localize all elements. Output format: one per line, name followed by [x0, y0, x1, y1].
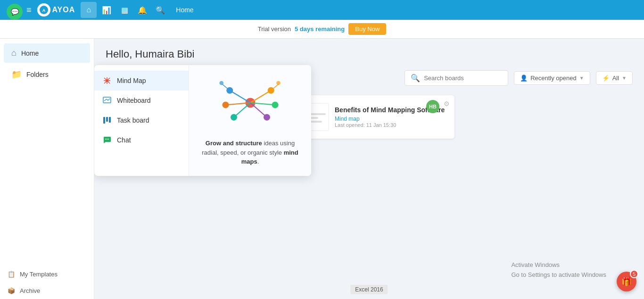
mindmap-icon [102, 75, 112, 86]
main-content: Hello, Humaira Bibi + Create new 🔍 👤 Rec… [94, 39, 644, 299]
dropdown-item-whiteboard[interactable]: Whiteboard [94, 91, 189, 110]
excel-label: Excel 2016 [355, 286, 383, 293]
search-box[interactable]: 🔍 [405, 70, 508, 86]
board-avatar: HB [426, 100, 439, 113]
activity-nav-button[interactable]: 📊 [99, 2, 115, 18]
dropdown-desc-period: . [257, 158, 259, 165]
windows-activation-notice: Activate Windows Go to Settings to activ… [511, 260, 606, 280]
hamburger-menu[interactable]: ≡ [25, 3, 33, 17]
board-settings-button[interactable]: ⚙ [444, 100, 450, 108]
trial-banner: Trial version 5 days remaining Buy Now [0, 20, 644, 39]
activate-windows-desc: Go to Settings to activate Windows [511, 270, 606, 280]
dropdown-preview-image [213, 75, 288, 131]
archive-icon: 📦 [8, 287, 15, 294]
svg-rect-22 [106, 117, 108, 122]
dropdown-description: Grow and structure ideas using radial, s… [198, 139, 302, 166]
taskboard-label: Task board [117, 116, 149, 124]
sidebar-folders-label: Folders [26, 71, 49, 78]
sidebar-item-templates[interactable]: 📋 My Templates [0, 266, 94, 282]
svg-point-24 [105, 139, 106, 140]
svg-line-28 [250, 91, 271, 103]
svg-point-25 [107, 139, 107, 140]
all-filter-label: All [612, 75, 619, 82]
filter-person-icon: 👤 [520, 75, 528, 82]
folders-icon: 📁 [11, 69, 22, 80]
main-layout: ⌂ Home 📁 Folders 📋 My Templates 📦 Archiv… [0, 39, 644, 299]
svg-line-15 [108, 78, 110, 80]
svg-line-16 [104, 82, 106, 83]
svg-rect-21 [103, 117, 105, 124]
svg-text:A: A [42, 8, 45, 13]
chat-icon [102, 135, 112, 145]
gift-badge: 5 [630, 270, 638, 278]
boards-nav-button[interactable]: ▦ [116, 2, 132, 18]
sidebar-item-home[interactable]: ⌂ Home [4, 43, 90, 63]
svg-line-18 [104, 99, 107, 101]
svg-line-20 [108, 99, 110, 100]
svg-point-26 [108, 139, 109, 140]
recently-opened-filter[interactable]: 👤 Recently opened ▼ [514, 71, 590, 85]
sidebar-item-archive[interactable]: 📦 Archive [0, 282, 94, 299]
board-date: Last opened: 11 Jan 15:30 [335, 122, 447, 128]
nav-icon-group: ⌂ 📊 ▦ 🔔 🔍 [81, 2, 168, 18]
sidebar-archive-label: Archive [20, 287, 40, 294]
logo-icon: A [37, 3, 50, 17]
sidebar-templates-label: My Templates [20, 271, 58, 278]
page-title: Hello, Humaira Bibi [106, 48, 633, 60]
whiteboard-icon [102, 95, 112, 106]
nav-current-page: Home [176, 6, 193, 14]
dropdown-item-mindmap[interactable]: Mind Map [94, 71, 189, 91]
home-nav-button[interactable]: ⌂ [81, 2, 97, 18]
svg-rect-23 [109, 117, 111, 123]
svg-point-43 [219, 81, 223, 85]
dropdown-item-chat[interactable]: Chat [94, 130, 189, 150]
chat-bubble[interactable]: 💬 [7, 4, 23, 20]
dropdown-items-list: Mind Map Whiteboard [94, 65, 189, 156]
all-filter-arrow-icon: ▼ [622, 75, 627, 81]
create-new-dropdown: Mind Map Whiteboard [94, 65, 311, 176]
sidebar-home-label: Home [21, 50, 39, 57]
board-type: Mind map [335, 116, 447, 122]
dropdown-item-taskboard[interactable]: Task board [94, 110, 189, 130]
recently-opened-arrow-icon: ▼ [579, 75, 584, 81]
svg-line-13 [104, 78, 106, 80]
svg-point-38 [222, 101, 229, 108]
svg-point-39 [231, 114, 237, 121]
trial-text: Trial version [258, 25, 291, 33]
svg-line-14 [108, 82, 110, 83]
recently-opened-label: Recently opened [530, 75, 577, 82]
svg-line-31 [230, 91, 250, 103]
svg-point-36 [264, 114, 270, 121]
gift-icon: 🎁 [621, 276, 632, 287]
gift-button[interactable]: 🎁 5 [617, 272, 636, 291]
dropdown-preview: Grow and structure ideas using radial, s… [189, 65, 311, 176]
greeting-text: Hello, Humaira Bibi [106, 48, 194, 60]
svg-point-42 [276, 81, 281, 85]
templates-icon: 📋 [8, 271, 15, 278]
excel-tooltip: Excel 2016 [350, 285, 388, 294]
buy-now-button[interactable]: Buy Now [348, 23, 386, 35]
logo-text: AYOA [52, 6, 75, 14]
notifications-nav-button[interactable]: 🔔 [134, 2, 150, 18]
search-input[interactable] [424, 75, 502, 82]
filter-funnel-icon: ⚡ [602, 75, 610, 82]
svg-point-35 [272, 101, 278, 108]
search-nav-button[interactable]: 🔍 [152, 2, 168, 18]
mindmap-label: Mind Map [117, 77, 146, 84]
search-icon: 🔍 [411, 74, 420, 83]
home-icon: ⌂ [11, 48, 17, 58]
whiteboard-label: Whiteboard [117, 97, 151, 104]
all-filter[interactable]: ⚡ All ▼ [596, 71, 633, 85]
sidebar: ⌂ Home 📁 Folders 📋 My Templates 📦 Archiv… [0, 39, 94, 299]
activate-windows-title: Activate Windows [511, 260, 606, 270]
sidebar-item-folders[interactable]: 📁 Folders [4, 65, 90, 84]
top-navigation: 💬 ≡ A AYOA ⌂ 📊 ▦ 🔔 🔍 Home [0, 0, 644, 20]
logo: A AYOA [37, 3, 75, 17]
trial-days: 5 days remaining [295, 25, 345, 33]
chat-label: Chat [117, 136, 131, 144]
taskboard-icon [102, 115, 112, 125]
dropdown-desc-strong: Grow and structure [206, 140, 262, 147]
